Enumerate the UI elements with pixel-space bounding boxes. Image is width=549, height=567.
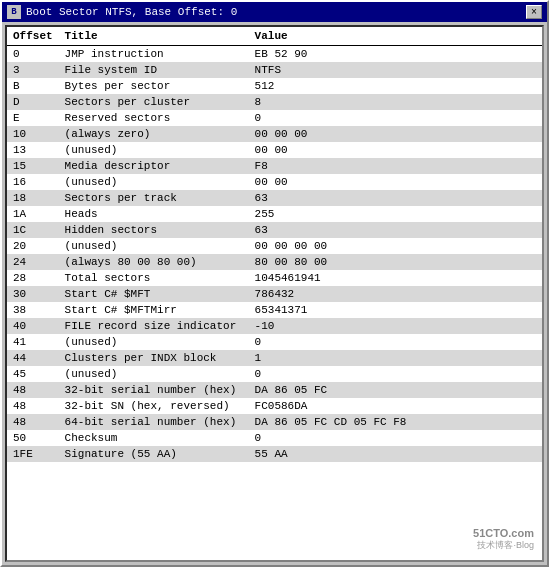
- table-row: 3File system IDNTFS: [7, 62, 542, 78]
- cell-value: -10: [249, 318, 542, 334]
- table-container: Offset Title Value 0JMP instructionEB 52…: [5, 25, 544, 562]
- header-value: Value: [249, 27, 542, 46]
- table-row: EReserved sectors0: [7, 110, 542, 126]
- watermark-line2: 技术博客·Blog: [473, 539, 534, 552]
- cell-offset: 41: [7, 334, 59, 350]
- cell-title: Start C# $MFTMirr: [59, 302, 249, 318]
- cell-offset: D: [7, 94, 59, 110]
- watermark: 51CTO.com 技术博客·Blog: [473, 527, 534, 552]
- cell-offset: 20: [7, 238, 59, 254]
- cell-value: 80 00 80 00: [249, 254, 542, 270]
- title-bar-left: B Boot Sector NTFS, Base Offset: 0: [7, 5, 237, 19]
- cell-value: 8: [249, 94, 542, 110]
- cell-value: 786432: [249, 286, 542, 302]
- table-row: 38Start C# $MFTMirr65341371: [7, 302, 542, 318]
- cell-title: Checksum: [59, 430, 249, 446]
- table-row: 30Start C# $MFT786432: [7, 286, 542, 302]
- cell-offset: 28: [7, 270, 59, 286]
- cell-offset: 38: [7, 302, 59, 318]
- cell-offset: 30: [7, 286, 59, 302]
- cell-offset: 48: [7, 414, 59, 430]
- cell-title: 32-bit SN (hex, reversed): [59, 398, 249, 414]
- table-row: 45(unused)0: [7, 366, 542, 382]
- cell-offset: 50: [7, 430, 59, 446]
- cell-offset: 44: [7, 350, 59, 366]
- cell-title: FILE record size indicator: [59, 318, 249, 334]
- cell-offset: 48: [7, 382, 59, 398]
- cell-offset: 1FE: [7, 446, 59, 462]
- cell-title: (always 80 00 80 00): [59, 254, 249, 270]
- cell-offset: 13: [7, 142, 59, 158]
- cell-offset: B: [7, 78, 59, 94]
- table-row: 1AHeads255: [7, 206, 542, 222]
- cell-value: 55 AA: [249, 446, 542, 462]
- table-row: 40FILE record size indicator-10: [7, 318, 542, 334]
- cell-value: 512: [249, 78, 542, 94]
- cell-value: EB 52 90: [249, 46, 542, 63]
- cell-value: NTFS: [249, 62, 542, 78]
- cell-offset: 3: [7, 62, 59, 78]
- table-row: 50Checksum0: [7, 430, 542, 446]
- cell-value: FC0586DA: [249, 398, 542, 414]
- cell-title: (unused): [59, 334, 249, 350]
- cell-value: 00 00 00 00: [249, 238, 542, 254]
- cell-title: Start C# $MFT: [59, 286, 249, 302]
- table-row: 13(unused)00 00: [7, 142, 542, 158]
- cell-title: (unused): [59, 174, 249, 190]
- cell-value: 0: [249, 366, 542, 382]
- table-body: 0JMP instructionEB 52 903File system IDN…: [7, 46, 542, 463]
- table-row: 20(unused)00 00 00 00: [7, 238, 542, 254]
- main-window: B Boot Sector NTFS, Base Offset: 0 × Off…: [0, 0, 549, 567]
- cell-value: 0: [249, 430, 542, 446]
- close-button[interactable]: ×: [526, 5, 542, 19]
- cell-value: 00 00: [249, 142, 542, 158]
- cell-title: (unused): [59, 238, 249, 254]
- cell-title: Sectors per cluster: [59, 94, 249, 110]
- table-row: 0JMP instructionEB 52 90: [7, 46, 542, 63]
- table-row: DSectors per cluster8: [7, 94, 542, 110]
- cell-title: (unused): [59, 142, 249, 158]
- table-header-row: Offset Title Value: [7, 27, 542, 46]
- cell-title: (unused): [59, 366, 249, 382]
- watermark-line1: 51CTO.com: [473, 527, 534, 539]
- table-row: 10(always zero)00 00 00: [7, 126, 542, 142]
- table-row: 4832-bit SN (hex, reversed)FC0586DA: [7, 398, 542, 414]
- cell-offset: 0: [7, 46, 59, 63]
- cell-value: 65341371: [249, 302, 542, 318]
- cell-title: Bytes per sector: [59, 78, 249, 94]
- cell-title: Heads: [59, 206, 249, 222]
- cell-value: DA 86 05 FC: [249, 382, 542, 398]
- table-row: 1CHidden sectors63: [7, 222, 542, 238]
- table-row: 28Total sectors1045461941: [7, 270, 542, 286]
- cell-title: Reserved sectors: [59, 110, 249, 126]
- table-row: 44Clusters per INDX block1: [7, 350, 542, 366]
- cell-value: 0: [249, 110, 542, 126]
- table-row: 1FESignature (55 AA)55 AA: [7, 446, 542, 462]
- cell-title: File system ID: [59, 62, 249, 78]
- cell-offset: 16: [7, 174, 59, 190]
- cell-value: 63: [249, 222, 542, 238]
- header-title: Title: [59, 27, 249, 46]
- cell-offset: 40: [7, 318, 59, 334]
- cell-offset: 15: [7, 158, 59, 174]
- window-title: Boot Sector NTFS, Base Offset: 0: [26, 6, 237, 18]
- table-row: 4832-bit serial number (hex)DA 86 05 FC: [7, 382, 542, 398]
- table-row: 4864-bit serial number (hex)DA 86 05 FC …: [7, 414, 542, 430]
- table-row: BBytes per sector512: [7, 78, 542, 94]
- cell-offset: 1A: [7, 206, 59, 222]
- table-row: 24(always 80 00 80 00)80 00 80 00: [7, 254, 542, 270]
- cell-offset: E: [7, 110, 59, 126]
- table-row: 18Sectors per track63: [7, 190, 542, 206]
- table-row: 16(unused)00 00: [7, 174, 542, 190]
- title-bar: B Boot Sector NTFS, Base Offset: 0 ×: [2, 2, 547, 22]
- cell-value: 1: [249, 350, 542, 366]
- cell-value: 63: [249, 190, 542, 206]
- cell-value: 00 00: [249, 174, 542, 190]
- cell-value: 1045461941: [249, 270, 542, 286]
- cell-title: Total sectors: [59, 270, 249, 286]
- cell-offset: 18: [7, 190, 59, 206]
- cell-title: 64-bit serial number (hex): [59, 414, 249, 430]
- window-icon: B: [7, 5, 21, 19]
- cell-value: 0: [249, 334, 542, 350]
- cell-value: DA 86 05 FC CD 05 FC F8: [249, 414, 542, 430]
